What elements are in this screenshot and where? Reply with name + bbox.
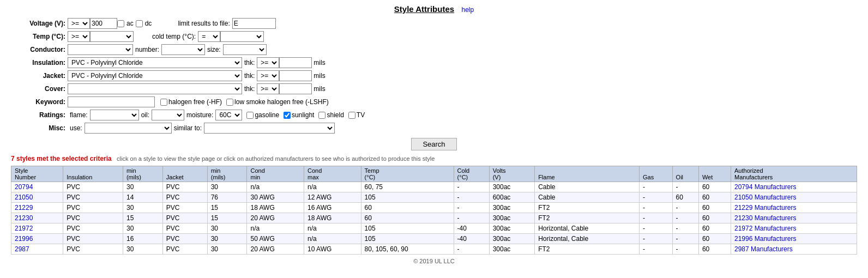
ratings-label: Ratings:	[11, 111, 65, 119]
gasoline-label[interactable]: gasoline	[246, 111, 279, 119]
help-link[interactable]: help	[461, 6, 474, 14]
gasoline-checkbox[interactable]	[246, 112, 254, 119]
cell-temp: 105	[361, 192, 454, 203]
style-link[interactable]: 21050	[15, 194, 33, 201]
cell-auth-mfr[interactable]: 2987 Manufacturers	[731, 244, 857, 255]
voltage-value-input[interactable]	[90, 18, 117, 29]
cell-style[interactable]: 21996	[11, 234, 63, 244]
cov-thk-op-select[interactable]: >=<==	[257, 83, 279, 94]
temp-op-select[interactable]: >=<==	[68, 31, 90, 42]
cell-auth-mfr[interactable]: 21972 Manufacturers	[731, 223, 857, 234]
conductor-select[interactable]	[68, 44, 133, 55]
shield-checkbox[interactable]	[318, 112, 326, 119]
jacket-label: Jacket:	[11, 72, 65, 80]
sunlight-checkbox[interactable]	[284, 112, 291, 119]
cell-flame: FT2	[535, 213, 640, 223]
cell-auth-mfr[interactable]: 20794 Manufacturers	[731, 182, 857, 192]
cell-oil: -	[672, 213, 698, 223]
style-link[interactable]: 2987	[15, 245, 29, 253]
cold-temp-op-select[interactable]: =>=<=	[198, 31, 220, 42]
tv-label[interactable]: TV	[348, 111, 365, 119]
results-note: click on a style to view the style page …	[117, 155, 435, 162]
shield-label[interactable]: shield	[318, 111, 343, 119]
cell-style[interactable]: 2987	[11, 244, 63, 255]
voltage-dc-checkbox[interactable]	[136, 20, 143, 27]
jacket-select[interactable]: PVC - Polyvinyl Chloride	[68, 70, 242, 81]
cell-wet: 60	[698, 203, 731, 213]
cell-volts: 300ac	[489, 203, 534, 213]
auth-mfr-link[interactable]: 21230 Manufacturers	[734, 214, 796, 222]
low-smoke-checkbox[interactable]	[226, 99, 233, 106]
cell-ins-min: 30	[123, 182, 162, 192]
cell-ins-min: 14	[123, 192, 162, 203]
voltage-ac-checkbox[interactable]	[117, 20, 124, 27]
size-select[interactable]	[223, 44, 267, 55]
misc-label: Misc:	[11, 124, 65, 132]
low-smoke-label[interactable]: low smoke halogen free (-LSHF)	[226, 98, 329, 106]
cell-style[interactable]: 21230	[11, 213, 63, 223]
auth-mfr-link[interactable]: 21972 Manufacturers	[734, 225, 796, 232]
cell-flame: Horizontal, Cable	[535, 223, 640, 234]
cell-jkt-min: 15	[207, 213, 247, 223]
style-link[interactable]: 21230	[15, 214, 33, 222]
cell-style[interactable]: 20794	[11, 182, 63, 192]
cell-style[interactable]: 21972	[11, 223, 63, 234]
col-gas: Gas	[640, 166, 673, 182]
cell-jkt-min: 30	[207, 234, 247, 244]
limit-file-area: limit results to file:	[176, 18, 275, 29]
cell-insulation: PVC	[63, 223, 123, 234]
cell-jacket: PVC	[162, 234, 207, 244]
style-link[interactable]: 21996	[15, 235, 33, 243]
cold-temp-value-select[interactable]	[220, 31, 264, 42]
similar-to-select[interactable]	[204, 123, 335, 134]
number-label: number:	[135, 46, 159, 53]
sunlight-label[interactable]: sunlight	[284, 111, 314, 119]
style-link[interactable]: 21229	[15, 204, 33, 211]
table-row: 2987PVC30PVC3020 AWG10 AWG80, 105, 60, 9…	[11, 244, 857, 255]
col-style-number: StyleNumber	[11, 166, 63, 182]
search-button[interactable]: Search	[411, 138, 456, 150]
title-area: Style Attributes help	[11, 4, 857, 14]
auth-mfr-link[interactable]: 20794 Manufacturers	[734, 183, 796, 191]
oil-label: oil:	[141, 111, 149, 119]
table-row: 20794PVC30PVC30n/an/a60, 75-300acCable--…	[11, 182, 857, 192]
temp-value-select[interactable]	[90, 31, 134, 42]
limit-file-input[interactable]	[232, 18, 276, 29]
cell-style[interactable]: 21050	[11, 192, 63, 203]
style-link[interactable]: 21972	[15, 225, 33, 232]
cell-auth-mfr[interactable]: 21229 Manufacturers	[731, 203, 857, 213]
ins-thk-op-select[interactable]: >=<==	[257, 57, 279, 68]
style-link[interactable]: 20794	[15, 183, 33, 191]
col-jkt-min-mils: min(mils)	[207, 166, 247, 182]
insulation-select[interactable]: PVC - Polyvinyl Chloride	[68, 57, 242, 68]
oil-select[interactable]	[152, 110, 184, 120]
tv-checkbox[interactable]	[348, 112, 355, 119]
cell-cond-max: 18 AWG	[304, 213, 361, 223]
number-select[interactable]	[161, 44, 205, 55]
cov-thk-input[interactable]	[279, 83, 312, 94]
halogen-free-checkbox[interactable]	[160, 99, 167, 106]
cell-auth-mfr[interactable]: 21230 Manufacturers	[731, 213, 857, 223]
cell-insulation: PVC	[63, 203, 123, 213]
cover-select[interactable]	[68, 83, 242, 94]
voltage-op-select[interactable]: >=<==	[68, 18, 90, 29]
auth-mfr-link[interactable]: 21229 Manufacturers	[734, 204, 796, 211]
cell-gas: -	[640, 223, 673, 234]
cell-auth-mfr[interactable]: 21050 Manufacturers	[731, 192, 857, 203]
use-select[interactable]	[85, 123, 172, 134]
auth-mfr-link[interactable]: 21050 Manufacturers	[734, 194, 796, 201]
halogen-free-label[interactable]: halogen free (-HF)	[160, 98, 222, 106]
moisture-select[interactable]: 60C 75C 90C	[215, 110, 242, 120]
jkt-thk-op-select[interactable]: >=<==	[257, 70, 279, 81]
cell-insulation: PVC	[63, 182, 123, 192]
auth-mfr-link[interactable]: 21996 Manufacturers	[734, 235, 796, 243]
flame-select[interactable]	[90, 110, 139, 120]
ratings-row: Ratings: flame: oil: moisture: 60C 75C 9…	[11, 110, 857, 120]
jkt-thk-input[interactable]	[279, 70, 312, 81]
cell-auth-mfr[interactable]: 21996 Manufacturers	[731, 234, 857, 244]
auth-mfr-link[interactable]: 2987 Manufacturers	[734, 245, 793, 253]
keyword-input[interactable]	[68, 96, 155, 107]
col-volts: Volts(V)	[489, 166, 534, 182]
cell-style[interactable]: 21229	[11, 203, 63, 213]
ins-thk-input[interactable]	[279, 57, 312, 68]
